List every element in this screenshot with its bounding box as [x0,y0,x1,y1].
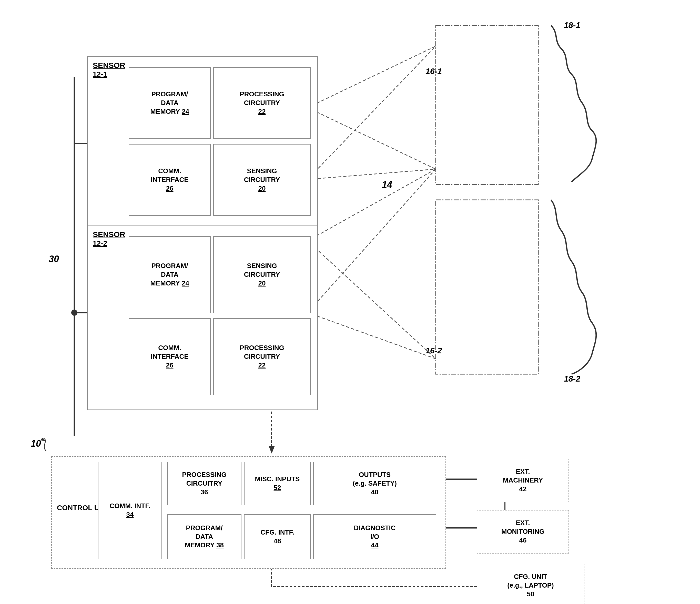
s2-sensing-circuitry: SENSINGCIRCUITRY20 [213,236,311,313]
ref-label-18-1: 18-1 [564,21,580,30]
svg-point-4 [71,309,77,316]
sensor1-name: SENSOR [93,61,125,70]
cu-diagnostic-io: DIAGNOSTICI/O44 [313,514,436,559]
s2-program-data-memory: PROGRAM/DATAMEMORY 24 [129,236,211,313]
cu-outputs: OUTPUTS(e.g. SAFETY)40 [313,462,436,505]
sensor2-ref: 12-2 [93,240,107,247]
svg-marker-21 [269,446,275,454]
ext-machinery-box: EXT.MACHINERY42 [477,459,569,502]
ref-label-14: 14 [382,179,392,190]
ext-monitoring-box: EXT.MONITORING46 [477,510,569,554]
cu-diag-label: DIAGNOSTICI/O44 [354,524,396,550]
sensor2-block: SENSOR 12-2 PROGRAM/DATAMEMORY 24 SENSIN… [87,226,318,410]
sensor1-ref: 12-1 [93,70,107,78]
s1-sens-label: SENSINGCIRCUITRY20 [244,167,280,193]
cu-program-data-memory: PROGRAM/DATAMEMORY 38 [167,514,242,559]
cfg-unit-box: CFG. UNIT(e.g., LAPTOP)50 [477,564,584,604]
ref-label-16-2: 16-2 [425,346,442,355]
cu-outputs-label: OUTPUTS(e.g. SAFETY)40 [353,471,397,496]
s1-comm-interface: COMM.INTERFACE26 [129,144,211,216]
svg-line-17 [307,312,436,359]
cu-cfg-intf: CFG. INTF.48 [244,514,311,559]
svg-rect-18 [436,26,538,184]
s1-program-data-memory: PROGRAM/DATAMEMORY 24 [129,67,211,139]
cu-prog-label: PROGRAM/DATAMEMORY 38 [185,524,224,550]
sensor1-label: SENSOR 12-1 [93,61,125,78]
sensor2-name: SENSOR [93,230,125,238]
svg-line-16 [307,169,436,312]
svg-line-12 [307,46,436,179]
s2-sens-label: SENSINGCIRCUITRY20 [244,262,280,287]
diagram-container: 10 SENSOR 12-1 PROGRAM/DATAMEMORY 24 PRO… [0,0,700,604]
cu-proc-label: PROCESSINGCIRCUITRY36 [182,471,226,496]
s2-comm-label: COMM.INTERFACE26 [151,344,189,370]
svg-line-14 [307,169,436,241]
ext-machinery-label: EXT.MACHINERY42 [503,468,543,493]
svg-line-10 [307,46,436,108]
sensor1-block: SENSOR 12-1 PROGRAM/DATAMEMORY 24 PROCES… [87,56,318,231]
s2-comm-interface: COMM.INTERFACE26 [129,318,211,395]
cu-comm-intf: COMM. INTF.34 [98,462,162,559]
ref-label-18-2: 18-2 [564,374,580,384]
ref10-arrow [26,436,67,456]
s2-prog-label: PROGRAM/DATAMEMORY 24 [150,262,189,287]
ext-monitoring-label: EXT.MONITORING46 [501,519,545,545]
cu-cfg-label: CFG. INTF.48 [260,528,294,546]
sensor2-label: SENSOR 12-2 [93,230,125,248]
cu-misc-label: MISC. INPUTS52 [255,475,300,492]
s2-proc-label: PROCESSINGCIRCUITRY22 [240,344,284,370]
svg-line-11 [307,108,436,169]
s1-proc-label: PROCESSINGCIRCUITRY22 [240,90,284,116]
ref-label-30: 30 [49,254,59,265]
s1-sensing-circuitry: SENSINGCIRCUITRY20 [213,144,311,216]
control-unit-block: CONTROL UNIT 32 COMM. INTF.34 PROCESSING… [51,456,446,569]
svg-rect-19 [436,200,538,374]
svg-line-13 [307,169,436,179]
cu-misc-inputs: MISC. INPUTS52 [244,462,311,505]
svg-line-15 [307,241,436,359]
s1-prog-label: PROGRAM/DATAMEMORY 24 [150,90,189,116]
cfg-unit-label: CFG. UNIT(e.g., LAPTOP)50 [507,573,554,598]
s2-processing-circuitry: PROCESSINGCIRCUITRY22 [213,318,311,395]
cu-processing-circuitry: PROCESSINGCIRCUITRY36 [167,462,242,505]
s1-processing-circuitry: PROCESSINGCIRCUITRY22 [213,67,311,139]
s1-comm-label: COMM.INTERFACE26 [151,167,189,193]
cu-comm-label: COMM. INTF.34 [110,502,150,519]
ref-label-16-1: 16-1 [425,67,442,76]
